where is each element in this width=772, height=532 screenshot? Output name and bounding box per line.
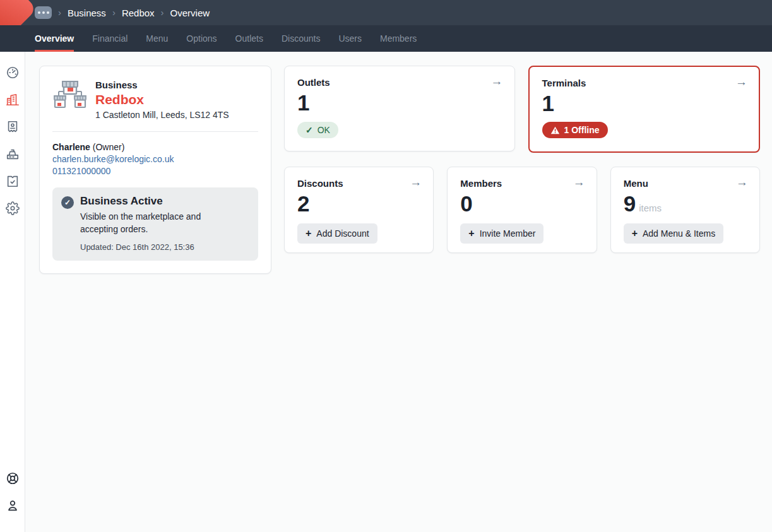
- members-card: Members → 0 + Invite Member: [447, 167, 597, 253]
- outlets-card: Outlets → 1 ✓ OK: [284, 66, 515, 151]
- terminals-offline-badge: 1 Offline: [542, 122, 608, 138]
- status-title: Business Active: [80, 195, 225, 208]
- tab-discounts[interactable]: Discounts: [282, 25, 320, 52]
- business-card: Business Redbox 1 Castleton Mill, Leeds,…: [39, 66, 271, 274]
- add-menu-items-button[interactable]: + Add Menu & Items: [624, 223, 724, 244]
- tab-options[interactable]: Options: [186, 25, 217, 52]
- members-count: 0: [460, 192, 583, 215]
- ellipsis-dot: [47, 11, 49, 14]
- breadcrumb-bar: › Business › Redbox › Overview: [0, 0, 772, 25]
- discounts-count: 2: [297, 192, 420, 215]
- arrow-right-icon[interactable]: →: [410, 176, 422, 188]
- invite-member-button[interactable]: + Invite Member: [460, 223, 543, 244]
- content-area: Business Redbox 1 Castleton Mill, Leeds,…: [0, 52, 772, 532]
- user-icon[interactable]: [6, 499, 20, 512]
- tab-users[interactable]: Users: [338, 25, 362, 52]
- gear-icon[interactable]: [6, 201, 20, 215]
- tab-bar: Overview Financial Menu Options Outlets …: [0, 25, 772, 52]
- breadcrumb-item-overview[interactable]: Overview: [170, 8, 210, 18]
- menu-count-unit: items: [639, 203, 662, 213]
- tab-overview[interactable]: Overview: [35, 25, 74, 52]
- owner-name: Charlene: [52, 142, 90, 152]
- outlets-count: 1: [297, 92, 502, 114]
- gauge-icon[interactable]: [6, 66, 20, 80]
- terminals-card: Terminals → 1 1 Offline: [528, 66, 761, 153]
- outlets-ok-badge: ✓ OK: [297, 122, 338, 138]
- check-icon: ✓: [306, 125, 313, 135]
- business-name: Redbox: [95, 92, 229, 107]
- menu-title: Menu: [624, 178, 747, 189]
- business-status-box: ✓ Business Active Visible on the marketp…: [52, 187, 258, 261]
- clipboard-check-icon[interactable]: [6, 174, 20, 188]
- chevron-right-icon: ›: [58, 8, 61, 17]
- arrow-right-icon[interactable]: →: [736, 176, 748, 188]
- invite-member-label: Invite Member: [480, 228, 536, 239]
- breadcrumb-item-redbox[interactable]: Redbox: [122, 8, 155, 18]
- chevron-right-icon: ›: [112, 8, 116, 17]
- add-menu-items-label: Add Menu & Items: [643, 228, 715, 239]
- business-buildings-icon[interactable]: [6, 93, 20, 107]
- icon-sidebar: [0, 52, 25, 532]
- discounts-title: Discounts: [297, 178, 420, 189]
- business-label: Business: [95, 80, 229, 90]
- menu-count-number: 9: [624, 191, 636, 216]
- plus-icon: +: [468, 228, 474, 239]
- terminals-badge-label: 1 Offline: [564, 125, 600, 135]
- stats-row-2: Discounts → 2 + Add Discount Members → 0: [284, 167, 760, 253]
- discounts-card: Discounts → 2 + Add Discount: [284, 167, 434, 253]
- arrow-right-icon[interactable]: →: [573, 176, 585, 188]
- ellipsis-dot: [38, 11, 40, 14]
- tab-financial[interactable]: Financial: [92, 25, 128, 52]
- warning-triangle-icon: [550, 126, 560, 134]
- tab-outlets[interactable]: Outlets: [235, 25, 263, 52]
- owner-role: (Owner): [93, 142, 125, 152]
- ellipsis-dot: [42, 11, 45, 14]
- tab-menu[interactable]: Menu: [146, 25, 168, 52]
- members-title: Members: [460, 178, 583, 189]
- breadcrumb: › Business › Redbox › Overview: [35, 6, 210, 19]
- add-discount-button[interactable]: + Add Discount: [297, 223, 377, 244]
- arrow-right-icon[interactable]: →: [735, 76, 747, 88]
- stats-row-1: Outlets → 1 ✓ OK Terminals → 1: [284, 66, 760, 153]
- tab-members[interactable]: Members: [380, 25, 417, 52]
- owner-email-link[interactable]: charlen.burke@korelogic.co.uk: [52, 154, 258, 164]
- check-circle-icon: ✓: [61, 196, 74, 209]
- plus-icon: +: [632, 228, 638, 239]
- chevron-right-icon: ›: [161, 8, 164, 17]
- cash-register-icon[interactable]: [6, 147, 20, 161]
- owner-phone-link[interactable]: 011321000000: [52, 166, 258, 176]
- divider: [52, 131, 258, 132]
- status-description: Visible on the marketplace and accepting…: [80, 211, 225, 235]
- breadcrumb-item-business[interactable]: Business: [68, 8, 106, 18]
- menu-count: 9items: [624, 192, 747, 215]
- owner-line: Charlene (Owner): [52, 142, 258, 152]
- lifebuoy-icon[interactable]: [6, 471, 20, 485]
- add-discount-label: Add Discount: [316, 228, 369, 239]
- status-updated: Updated: Dec 16th 2022, 15:36: [80, 242, 225, 252]
- breadcrumb-more-button[interactable]: [35, 6, 52, 19]
- terminals-title: Terminals: [542, 78, 747, 88]
- menu-card: Menu → 9items + Add Menu & Items: [610, 167, 760, 253]
- storefronts-icon: [52, 79, 88, 120]
- arrow-right-icon[interactable]: →: [491, 75, 503, 87]
- outlets-badge-label: OK: [318, 125, 330, 135]
- business-address: 1 Castleton Mill, Leeds, LS12 4TS: [95, 110, 229, 120]
- app-root: › Business › Redbox › Overview Overview …: [0, 0, 772, 532]
- terminals-count: 1: [542, 92, 747, 114]
- receipt-contact-icon[interactable]: [6, 120, 20, 134]
- outlets-title: Outlets: [297, 77, 502, 88]
- plus-icon: +: [306, 228, 311, 239]
- main-panel: Business Redbox 1 Castleton Mill, Leeds,…: [25, 52, 772, 532]
